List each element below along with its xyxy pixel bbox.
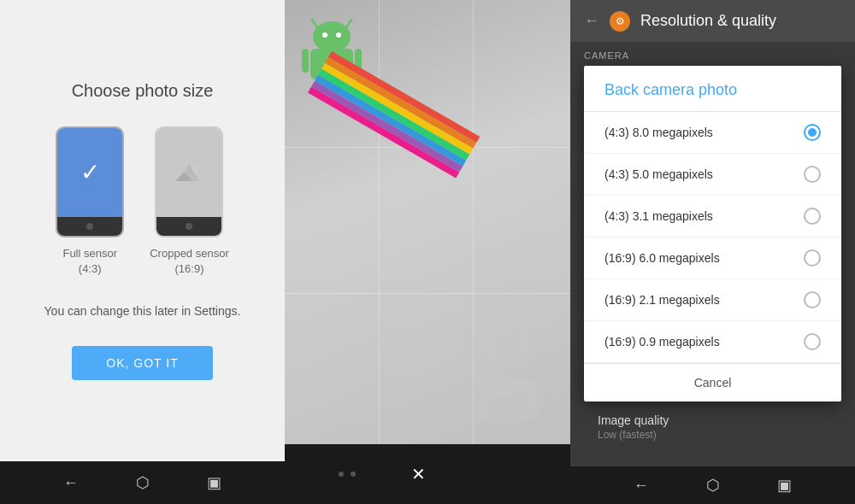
check-icon: ✓ [80,158,100,186]
radio-label-0: (4:3) 8.0 megapixels [604,126,713,139]
settings-gear-icon: ⚙ [616,15,625,27]
camera-bottom-bar: ✕ [285,444,570,504]
dialog-title: Back camera photo [584,66,841,112]
full-sensor-bottom-bar [57,217,122,236]
big-g-letter: g [468,250,545,427]
phone-options: ✓ Full sensor (4:3) [56,126,229,277]
full-sensor-label: Full sensor (4:3) [62,246,117,277]
radio-option-5[interactable]: (16:9) 0.9 megapixels [584,321,841,363]
resolution-quality-panel: ← ⚙ Resolution & quality CAMERA Back cam… [570,0,855,504]
panel3-back-nav-icon[interactable]: ← [634,477,649,495]
camera-viewfinder: g [285,0,570,444]
choose-photo-size-panel: Choose photo size ✓ Full sensor (4:3) [0,0,285,504]
panel1-nav-bar: ← ⬡ ▣ [0,461,285,504]
close-icon[interactable]: ✕ [411,464,426,484]
recents-nav-icon[interactable]: ▣ [207,473,221,492]
panel3-recents-nav-icon[interactable]: ▣ [777,476,792,495]
radio-label-5: (16:9) 0.9 megapixels [604,335,720,349]
back-arrow-icon[interactable]: ← [584,12,599,30]
svg-point-5 [313,21,351,52]
cropped-sensor-phone-frame [155,126,223,237]
back-nav-icon[interactable]: ← [63,474,79,492]
full-sensor-screen: ✓ [57,128,122,217]
full-sensor-phone-frame: ✓ [56,126,124,237]
panel3-home-nav-icon[interactable]: ⬡ [706,476,720,495]
helper-text: You can change this later in Settings. [44,302,241,320]
radio-label-1: (4:3) 5.0 megapixels [604,167,713,181]
bottom-dots [339,472,356,477]
full-sensor-option[interactable]: ✓ Full sensor (4:3) [56,126,124,277]
camera-section-label: CAMERA [570,42,855,66]
cropped-sensor-option[interactable]: Cropped sensor (16:9) [150,126,229,277]
dialog-overlay: Back camera photo (4:3) 8.0 megapixels (… [570,66,855,466]
panel3-title: Resolution & quality [640,12,776,30]
dialog-box: Back camera photo (4:3) 8.0 megapixels (… [584,66,841,401]
radio-circle-2 [804,208,821,225]
radio-circle-1 [804,166,821,183]
camera-dot [86,223,93,230]
radio-inner-0 [808,128,817,137]
ok-got-it-button[interactable]: OK, GOT IT [72,346,212,380]
radio-label-3: (16:9) 6.0 megapixels [604,251,720,265]
settings-icon-circle: ⚙ [610,11,630,32]
svg-rect-9 [302,49,309,73]
radio-circle-0 [804,124,821,141]
cropped-sensor-label: Cropped sensor (16:9) [150,246,229,277]
radio-label-4: (16:9) 2.1 megapixels [604,293,720,307]
dot1 [339,472,344,477]
panel1-content: Choose photo size ✓ Full sensor (4:3) [27,0,258,461]
radio-option-1[interactable]: (4:3) 5.0 megapixels [584,154,841,196]
radio-circle-4 [804,291,821,308]
radio-circle-5 [804,333,821,350]
svg-point-6 [322,32,327,38]
radio-label-2: (4:3) 3.1 megapixels [604,209,713,223]
image-quality-title: Image quality [598,413,828,427]
dot2 [351,472,356,477]
grid-v1 [379,0,380,444]
radio-option-0[interactable]: (4:3) 8.0 megapixels [584,112,841,154]
radio-circle-3 [804,249,821,267]
panel1-title: Choose photo size [72,81,214,101]
mountain-svg [174,157,204,188]
panel3-nav-bar: ← ⬡ ▣ [570,466,855,504]
camera-viewfinder-panel: g ✕ [285,0,570,504]
radio-option-2[interactable]: (4:3) 3.1 megapixels [584,196,841,237]
image-quality-section: Image quality Low (fastest) [584,401,841,453]
panel3-header: ← ⚙ Resolution & quality [570,0,855,42]
radio-option-3[interactable]: (16:9) 6.0 megapixels [584,237,841,279]
cropped-sensor-screen [156,128,221,217]
camera-dot-2 [186,223,192,230]
radio-option-4[interactable]: (16:9) 2.1 megapixels [584,279,841,321]
home-nav-icon[interactable]: ⬡ [136,473,150,492]
svg-point-7 [336,32,341,38]
svg-point-2 [192,166,199,173]
cropped-sensor-bottom-bar [156,217,221,236]
cancel-button[interactable]: Cancel [584,363,841,401]
image-quality-subtitle: Low (fastest) [598,429,828,441]
